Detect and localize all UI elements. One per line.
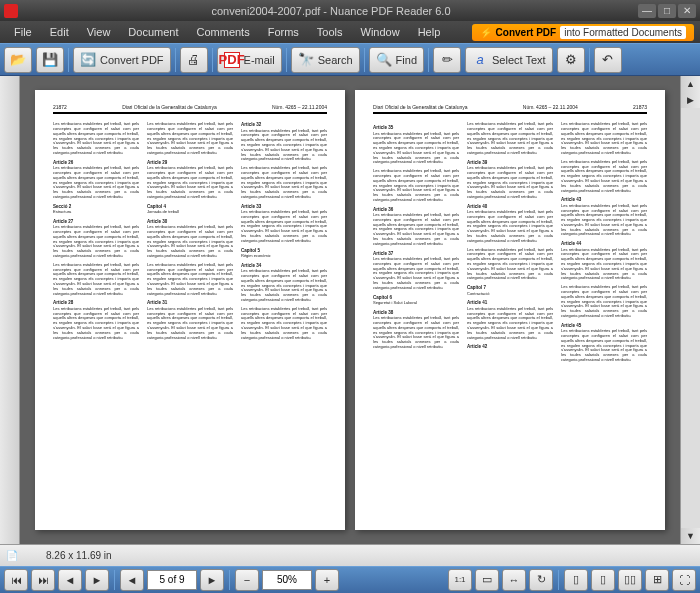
fullscreen-icon: ⛶ [679, 574, 690, 586]
back-icon: ◄ [65, 574, 76, 586]
minus-icon: − [244, 574, 250, 586]
page-right-body: Article 35Les retribucions establertes p… [373, 122, 647, 516]
menu-file[interactable]: File [6, 23, 40, 41]
facing-icon: ▯▯ [624, 573, 636, 586]
lightning-icon: ⚡ [480, 27, 492, 38]
fit-width-button[interactable]: ↔ [502, 569, 526, 591]
single-page-button[interactable]: ▯ [564, 569, 588, 591]
save-icon: 💾 [42, 52, 58, 68]
menu-tools[interactable]: Tools [309, 23, 351, 41]
page-number-field[interactable] [147, 570, 197, 590]
window-title: conveni2004-2007.pdf - Nuance PDF Reader… [24, 5, 638, 17]
open-button[interactable]: 📂 [4, 47, 32, 73]
menubar: File Edit View Document Comments Forms T… [0, 21, 700, 42]
cont-facing-icon: ⊞ [653, 573, 662, 586]
find-icon: 🔍 [376, 52, 392, 68]
highlight-button[interactable]: ✏ [433, 47, 461, 73]
menu-forms[interactable]: Forms [260, 23, 307, 41]
convert-pdf-promo[interactable]: ⚡ Convert PDF into Formatted Documents [472, 24, 694, 41]
status-icon: 📄 [6, 550, 18, 561]
select-text-button[interactable]: aSelect Text [465, 47, 553, 73]
rotate-button[interactable]: ↻ [529, 569, 553, 591]
main-toolbar: 📂 💾 🔄Convert PDF 🖨 PDFE-mail 🔭Search 🔍Fi… [0, 43, 700, 76]
pdf-icon: PDF [224, 52, 240, 68]
content-area: 21872 Diari Oficial de la Generalitat de… [0, 76, 700, 544]
find-button[interactable]: 🔍Find [369, 47, 424, 73]
facing-button[interactable]: ▯▯ [618, 569, 642, 591]
left-panel[interactable] [0, 76, 20, 544]
tool-extra-button[interactable]: ⚙ [557, 47, 585, 73]
bottom-toolbar: ⏮ ⏭ ◄ ► ◄ ► − + 1:1 ▭ ↔ ↻ ▯ ▯ ▯▯ ⊞ ⛶ [0, 566, 700, 593]
zoom-in-button[interactable]: + [315, 569, 339, 591]
maximize-button[interactable]: □ [658, 4, 676, 18]
close-button[interactable]: ✕ [678, 4, 696, 18]
text-select-icon: a [472, 52, 488, 68]
first-icon: ◄ [127, 574, 138, 586]
print-button[interactable]: 🖨 [180, 47, 208, 73]
first-page-button[interactable]: ◄ [120, 569, 144, 591]
vertical-scrollbar[interactable]: ▲ ▶ ▼ [680, 76, 700, 544]
convert-icon: 🔄 [80, 52, 96, 68]
fit-page-button[interactable]: ▭ [475, 569, 499, 591]
forward-end-icon: ⏭ [38, 574, 49, 586]
minimize-button[interactable]: — [638, 4, 656, 18]
highlight-icon: ✏ [439, 52, 455, 68]
fit-width-icon: ↔ [509, 574, 520, 586]
statusbar: 📄 8.26 x 11.69 in [0, 544, 700, 565]
onetoone-icon: 1:1 [454, 575, 465, 584]
scroll-down-icon[interactable]: ▼ [681, 528, 700, 544]
forward-icon: ► [92, 574, 103, 586]
undo-button[interactable]: ↶ [594, 47, 622, 73]
scroll-up-icon[interactable]: ▲ [681, 76, 700, 92]
titlebar: conveni2004-2007.pdf - Nuance PDF Reader… [0, 0, 700, 21]
history-back-button[interactable]: ◄ [58, 569, 82, 591]
search-button[interactable]: 🔭Search [291, 47, 360, 73]
page-dimensions: 8.26 x 11.69 in [46, 550, 112, 561]
single-page-icon: ▯ [573, 573, 579, 586]
rewind-icon: ⏮ [11, 574, 22, 586]
email-button[interactable]: PDFE-mail [217, 47, 282, 73]
convert-pdf-button[interactable]: 🔄Convert PDF [73, 47, 171, 73]
actual-size-button[interactable]: 1:1 [448, 569, 472, 591]
menu-comments[interactable]: Comments [189, 23, 258, 41]
zoom-out-button[interactable]: − [235, 569, 259, 591]
undo-icon: ↶ [600, 52, 616, 68]
page-left-body: Les retribucions establertes pel treball… [53, 122, 327, 516]
menu-edit[interactable]: Edit [42, 23, 77, 41]
fullscreen-button[interactable]: ⛶ [672, 569, 696, 591]
zoom-field[interactable] [262, 570, 312, 590]
menu-view[interactable]: View [79, 23, 119, 41]
nav-rewind-button[interactable]: ⏮ [4, 569, 28, 591]
rotate-icon: ↻ [537, 573, 546, 586]
last-page-button[interactable]: ► [200, 569, 224, 591]
save-button[interactable]: 💾 [36, 47, 64, 73]
fit-page-icon: ▭ [482, 573, 492, 586]
document-viewport[interactable]: 21872 Diari Oficial de la Generalitat de… [20, 76, 680, 544]
page-right: Diari Oficial de la Generalitat de Catal… [355, 90, 665, 530]
folder-icon: 📂 [10, 52, 26, 68]
continuous-button[interactable]: ▯ [591, 569, 615, 591]
binoculars-icon: 🔭 [298, 52, 314, 68]
plus-icon: + [324, 574, 330, 586]
menu-window[interactable]: Window [353, 23, 408, 41]
gear-icon: ⚙ [563, 52, 579, 68]
continuous-icon: ▯ [600, 573, 606, 586]
scroll-right-mark-icon[interactable]: ▶ [681, 92, 700, 108]
app-icon [4, 4, 18, 18]
menu-help[interactable]: Help [410, 23, 449, 41]
scroll-track[interactable] [681, 108, 700, 528]
page-left: 21872 Diari Oficial de la Generalitat de… [35, 90, 345, 530]
print-icon: 🖨 [186, 52, 202, 68]
menu-document[interactable]: Document [120, 23, 186, 41]
continuous-facing-button[interactable]: ⊞ [645, 569, 669, 591]
nav-forward-end-button[interactable]: ⏭ [31, 569, 55, 591]
last-icon: ► [207, 574, 218, 586]
history-forward-button[interactable]: ► [85, 569, 109, 591]
